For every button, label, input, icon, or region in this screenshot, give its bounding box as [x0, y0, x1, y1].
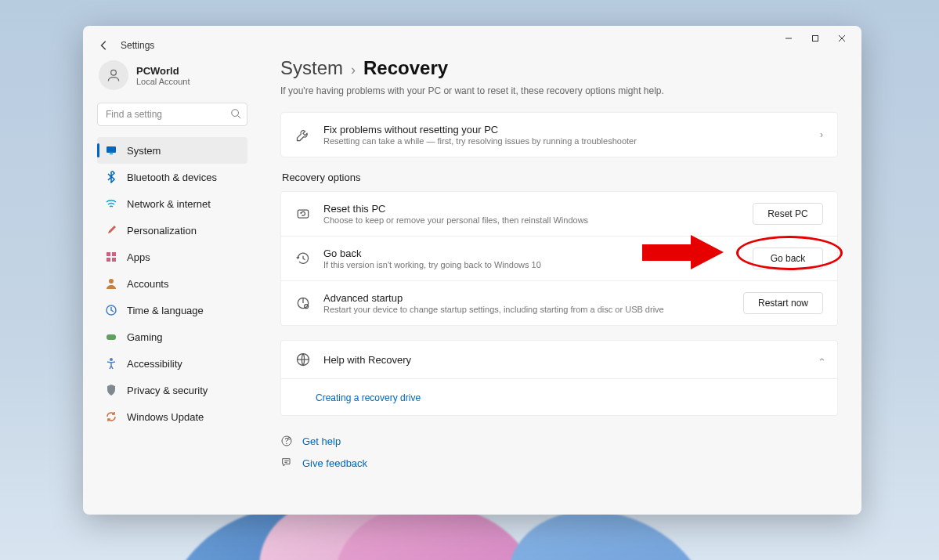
card-subtitle: Restart your device to change startup se… — [323, 305, 731, 314]
troubleshoot-card[interactable]: Fix problems without resetting your PC R… — [280, 112, 838, 157]
card-subtitle: If this version isn't working, try going… — [323, 260, 740, 269]
user-subtitle: Local Account — [136, 77, 190, 86]
card-title: Advanced startup — [323, 292, 731, 304]
sidebar-item-apps[interactable]: Apps — [97, 244, 247, 270]
help-icon — [280, 435, 293, 447]
wrench-icon — [295, 127, 311, 143]
sidebar-item-accounts[interactable]: Accounts — [97, 270, 247, 297]
display-icon — [105, 144, 117, 157]
globe-clock-icon — [105, 304, 117, 316]
gamepad-icon — [105, 331, 117, 343]
svg-point-4 — [111, 70, 117, 75]
minimize-button[interactable] — [775, 29, 802, 48]
chevron-right-icon: › — [351, 62, 356, 78]
card-subtitle: Resetting can take a while — first, try … — [323, 136, 807, 146]
get-help-link[interactable]: Get help — [280, 435, 838, 447]
sidebar-item-label: System — [127, 145, 161, 157]
update-icon — [105, 410, 117, 423]
svg-rect-7 — [107, 146, 116, 153]
avatar — [99, 60, 128, 90]
sidebar-item-label: Time & language — [127, 305, 204, 316]
card-title: Fix problems without resetting your PC — [323, 124, 807, 135]
power-settings-icon — [295, 295, 311, 311]
back-arrow-icon[interactable] — [99, 40, 110, 51]
sidebar-item-privacy-security[interactable]: Privacy & security — [97, 377, 247, 403]
svg-rect-17 — [298, 210, 308, 218]
close-button[interactable] — [829, 29, 855, 48]
grid-icon — [105, 251, 117, 263]
card-subtitle: Choose to keep or remove your personal f… — [323, 215, 740, 225]
settings-window: Settings PCWorld Local Account — [83, 26, 861, 515]
app-title: Settings — [121, 40, 154, 51]
svg-rect-10 — [112, 252, 116, 256]
sidebar-item-network-internet[interactable]: Network & internet — [97, 190, 247, 217]
person-icon — [105, 277, 117, 290]
user-block[interactable]: PCWorld Local Account — [97, 57, 247, 99]
give-feedback-link[interactable]: Give feedback — [280, 457, 838, 469]
breadcrumb-parent[interactable]: System — [280, 57, 343, 79]
restart-now-button[interactable]: Restart now — [743, 292, 823, 314]
recovery-options-label: Recovery options — [282, 172, 838, 183]
feedback-icon — [280, 457, 293, 469]
svg-rect-12 — [112, 258, 116, 262]
help-with-recovery-header[interactable]: Help with Recovery › — [280, 340, 838, 379]
card-title: Go back — [323, 247, 740, 259]
reset-pc-button[interactable]: Reset PC — [753, 203, 823, 225]
card-title: Reset this PC — [323, 203, 740, 215]
recovery-option-go-back: Go backIf this version isn't working, tr… — [280, 237, 838, 281]
svg-rect-11 — [107, 258, 110, 262]
svg-point-23 — [288, 437, 291, 439]
give-feedback-label: Give feedback — [302, 457, 367, 469]
sidebar-item-label: Windows Update — [127, 411, 204, 423]
sidebar-item-windows-update[interactable]: Windows Update — [97, 403, 247, 430]
sidebar-item-label: Gaming — [127, 331, 163, 343]
sidebar-item-label: Apps — [127, 251, 150, 263]
accessibility-icon — [105, 357, 117, 370]
maximize-button[interactable] — [802, 29, 829, 48]
svg-point-13 — [109, 279, 114, 284]
sidebar-item-label: Personalization — [127, 225, 197, 237]
search-icon — [230, 108, 241, 119]
search-input[interactable] — [97, 103, 247, 126]
globe-help-icon — [295, 352, 311, 367]
go-back-button[interactable]: Go back — [753, 247, 823, 269]
recovery-option-reset-this-pc: Reset this PCChoose to keep or remove yo… — [280, 191, 838, 237]
sidebar-item-system[interactable]: System — [97, 137, 247, 164]
shield-icon — [105, 384, 117, 396]
svg-rect-9 — [107, 252, 110, 256]
creating-recovery-drive-link[interactable]: Creating a recovery drive — [316, 392, 421, 403]
user-name: PCWorld — [136, 65, 190, 77]
sidebar-item-gaming[interactable]: Gaming — [97, 323, 247, 350]
page-description: If you're having problems with your PC o… — [280, 85, 838, 96]
sidebar: PCWorld Local Account SystemBluetooth & … — [83, 57, 257, 515]
sidebar-item-bluetooth-devices[interactable]: Bluetooth & devices — [97, 164, 247, 190]
sidebar-item-time-language[interactable]: Time & language — [97, 297, 247, 323]
get-help-label: Get help — [302, 435, 341, 447]
sidebar-item-accessibility[interactable]: Accessibility — [97, 350, 247, 377]
bluetooth-icon — [105, 171, 117, 183]
sidebar-item-personalization[interactable]: Personalization — [97, 217, 247, 244]
svg-point-16 — [110, 358, 113, 361]
svg-line-6 — [238, 116, 241, 119]
chevron-right-icon: › — [820, 129, 823, 140]
reset-icon — [295, 206, 311, 222]
titlebar — [83, 26, 861, 51]
wifi-icon — [105, 197, 117, 210]
svg-rect-8 — [110, 154, 113, 154]
main-content: System › Recovery If you're having probl… — [257, 57, 861, 515]
chevron-up-icon: › — [816, 358, 827, 361]
svg-point-5 — [232, 110, 239, 117]
brush-icon — [105, 224, 117, 237]
breadcrumb-current: Recovery — [363, 57, 448, 79]
svg-point-22 — [287, 443, 287, 444]
help-with-recovery-body: Creating a recovery drive — [280, 379, 838, 416]
svg-rect-1 — [813, 36, 818, 42]
sidebar-nav: SystemBluetooth & devicesNetwork & inter… — [97, 137, 247, 430]
sidebar-item-label: Privacy & security — [127, 385, 208, 396]
help-section-title: Help with Recovery — [323, 354, 807, 366]
svg-rect-15 — [107, 334, 116, 340]
recovery-option-advanced-startup: Advanced startupRestart your device to c… — [280, 281, 838, 326]
sidebar-item-label: Bluetooth & devices — [127, 172, 217, 183]
history-icon — [295, 251, 311, 266]
breadcrumb: System › Recovery — [280, 57, 838, 79]
